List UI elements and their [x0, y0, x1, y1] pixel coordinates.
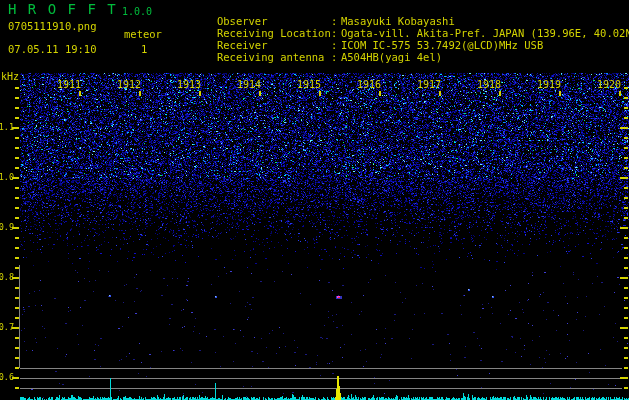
freq-axis-label: 0.9	[0, 222, 14, 233]
info-label: Receiving Location	[217, 27, 331, 39]
info-value: Masayuki Kobayashi	[341, 15, 455, 27]
info-colon: :	[331, 15, 341, 27]
info-value: Ogata-vill. Akita-Pref. JAPAN (139.96E, …	[341, 27, 629, 39]
freq-axis-label: 0.8	[0, 272, 14, 283]
time-axis-label: 1920	[597, 80, 621, 90]
time-axis-label: 1913	[177, 80, 201, 90]
freq-axis-label: 0.7	[0, 322, 14, 333]
time-axis-label: 1912	[117, 80, 141, 90]
time-axis-label: 1919	[537, 80, 561, 90]
time-axis-label: 1917	[417, 80, 441, 90]
info-colon: :	[331, 39, 341, 51]
count-label: 1	[141, 43, 147, 55]
freq-axis-label: 0.6	[0, 372, 14, 383]
info-colon: :	[331, 51, 341, 63]
time-axis-label: 1914	[237, 80, 261, 90]
time-axis-label: 1915	[297, 80, 321, 90]
info-label: Observer	[217, 15, 331, 27]
filename-label: 0705111910.png	[8, 20, 97, 32]
info-value: ICOM IC-575 53.7492(@LCD)MHz USB	[341, 39, 543, 51]
hrofft-screen: H R O F F T 1.0.0 0705111910.png meteor …	[0, 0, 629, 400]
time-axis-label: 1916	[357, 80, 381, 90]
freq-axis-label: 1.1	[0, 122, 14, 133]
freq-axis-unit-label: kHz	[1, 71, 19, 82]
datetime-label: 07.05.11 19:10	[8, 43, 97, 55]
info-colon: :	[331, 27, 341, 39]
app-title: H R O F F T	[8, 3, 117, 15]
info-value: A504HB(yagi 4el)	[341, 51, 442, 63]
time-axis-label: 1911	[57, 80, 81, 90]
info-label: Receiving antenna	[217, 51, 331, 63]
info-row: Observer:Masayuki Kobayashi	[179, 3, 629, 15]
freq-axis-label: 1.0	[0, 172, 14, 183]
info-label: Receiver	[217, 39, 331, 51]
time-axis-label: 1918	[477, 80, 501, 90]
app-version: 1.0.0	[122, 6, 152, 18]
mode-label: meteor	[124, 28, 162, 40]
station-info: Observer:Masayuki Kobayashi Receiving Lo…	[179, 3, 629, 51]
